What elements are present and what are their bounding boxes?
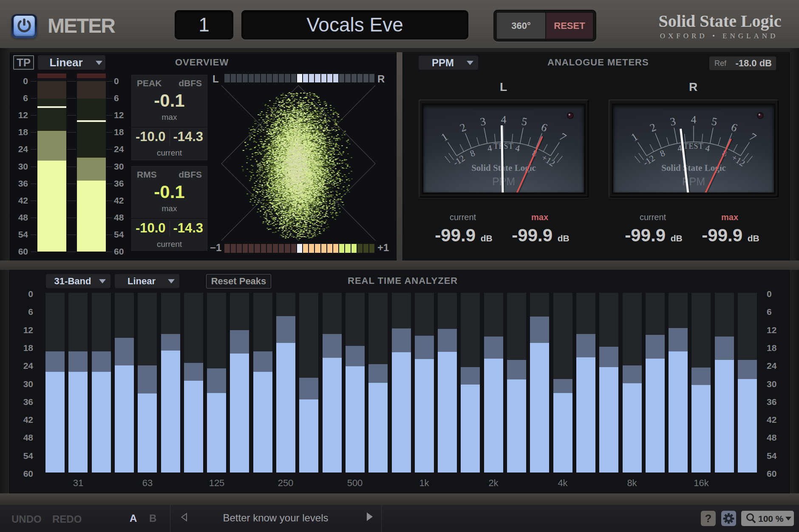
svg-text:5: 5 — [711, 115, 718, 128]
svg-text:6: 6 — [729, 121, 739, 134]
svg-text:5: 5 — [521, 115, 528, 128]
svg-text:+12: +12 — [540, 152, 557, 168]
svg-text:4: 4 — [501, 113, 507, 126]
svg-text:8: 8 — [468, 148, 476, 159]
svg-text:1: 1 — [629, 130, 640, 144]
svg-text:+12: +12 — [730, 152, 747, 168]
svg-text:4: 4 — [705, 143, 711, 154]
svg-text:1: 1 — [439, 130, 450, 144]
svg-text:3: 3 — [479, 115, 487, 128]
svg-text:4: 4 — [691, 113, 697, 126]
svg-text:3: 3 — [669, 115, 677, 128]
svg-text:6: 6 — [539, 121, 549, 134]
svg-text:4: 4 — [515, 143, 521, 154]
svg-text:7: 7 — [557, 130, 569, 144]
svg-text:-12: -12 — [451, 153, 467, 168]
svg-text:-12: -12 — [641, 153, 657, 168]
svg-text:2: 2 — [458, 121, 468, 134]
svg-text:4: 4 — [487, 143, 493, 154]
svg-text:2: 2 — [648, 121, 658, 134]
svg-text:TEST: TEST — [684, 142, 704, 150]
svg-text:8: 8 — [658, 148, 666, 159]
svg-text:7: 7 — [747, 130, 759, 144]
